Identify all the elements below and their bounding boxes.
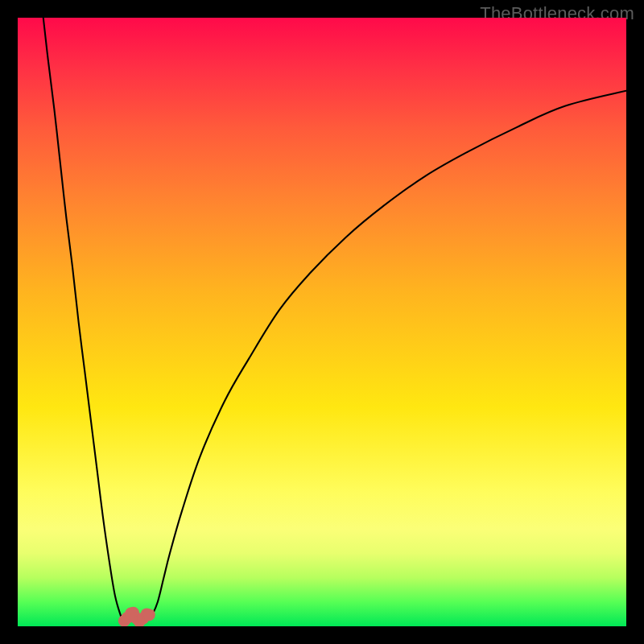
curve-left-branch <box>43 18 122 617</box>
plot-area <box>18 18 626 626</box>
dip-marker <box>143 609 155 621</box>
dip-marker-group <box>118 607 155 626</box>
curve-right-branch <box>151 91 626 617</box>
chart-svg <box>18 18 626 626</box>
